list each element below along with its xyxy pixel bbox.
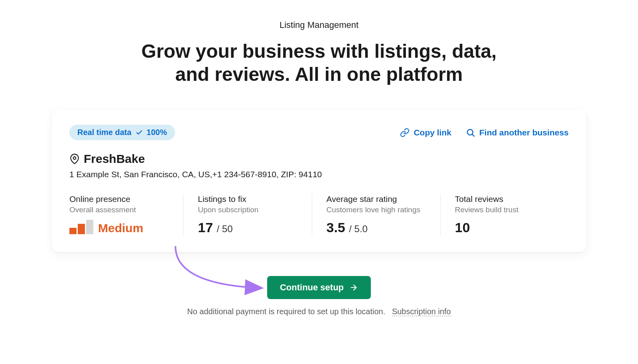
arrow-right-icon (349, 283, 358, 292)
eyebrow-label: Listing Management (280, 20, 358, 30)
find-business-button[interactable]: Find another business (466, 128, 569, 137)
page-headline: Grow your business with listings, data, … (128, 40, 510, 86)
link-icon (400, 128, 410, 137)
metric-subtitle: Reviews build trust (455, 205, 554, 214)
reviews-value: 10 (455, 220, 470, 235)
annotation-arrow-icon (167, 244, 279, 300)
metric-title: Listings to fix (198, 194, 297, 204)
signal-bars-icon (69, 220, 93, 234)
listings-value: 17 (198, 220, 213, 235)
subscription-info-link[interactable]: Subscription info (392, 307, 451, 316)
rating-value: 3.5 (327, 220, 345, 235)
metric-online-presence: Online presence Overall assessment Mediu… (69, 194, 183, 235)
continue-setup-button[interactable]: Continue setup (267, 276, 371, 299)
listings-total: / 50 (217, 223, 233, 234)
metric-title: Online presence (69, 194, 169, 204)
find-business-label: Find another business (479, 128, 569, 137)
copy-link-button[interactable]: Copy link (400, 128, 451, 137)
svg-point-2 (73, 157, 76, 160)
business-name: FreshBake (84, 152, 145, 166)
business-address: 1 Example St, San Francisco, CA, US,+1 2… (69, 170, 569, 179)
search-icon (466, 128, 475, 137)
metric-subtitle: Overall assessment (69, 205, 169, 214)
svg-line-1 (473, 134, 474, 136)
pin-icon (69, 154, 80, 164)
realtime-badge-label: Real time data (77, 128, 132, 137)
rating-total: / 5.0 (349, 223, 368, 234)
metric-subtitle: Upon subscription (198, 205, 297, 214)
metric-title: Average star rating (327, 194, 426, 204)
copy-link-label: Copy link (414, 128, 451, 137)
footnote-text: No additional payment is required to set… (187, 307, 385, 316)
realtime-badge-value: 100% (147, 128, 167, 137)
metric-subtitle: Customers love high ratings (327, 205, 426, 214)
business-summary-card: Real time data 100% Copy link Fi (52, 110, 586, 252)
metric-listings-to-fix: Listings to fix Upon subscription 17 / 5… (183, 194, 311, 235)
presence-level: Medium (98, 222, 143, 234)
metric-average-rating: Average star rating Customers love high … (312, 194, 440, 235)
metric-title: Total reviews (455, 194, 554, 204)
check-icon (136, 129, 143, 136)
continue-setup-label: Continue setup (280, 282, 344, 293)
metric-total-reviews: Total reviews Reviews build trust 10 (440, 194, 569, 235)
realtime-badge: Real time data 100% (69, 125, 175, 140)
